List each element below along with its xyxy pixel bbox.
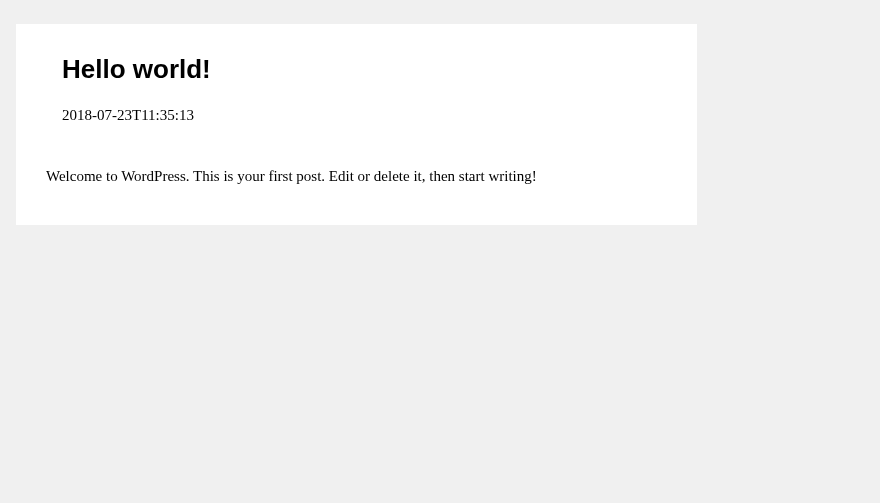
post-card: Hello world! 2018-07-23T11:35:13 Welcome…: [16, 24, 697, 225]
post-title: Hello world!: [62, 54, 667, 85]
post-header: Hello world! 2018-07-23T11:35:13: [46, 54, 667, 124]
post-body: Welcome to WordPress. This is your first…: [46, 166, 667, 187]
post-timestamp: 2018-07-23T11:35:13: [62, 107, 667, 124]
